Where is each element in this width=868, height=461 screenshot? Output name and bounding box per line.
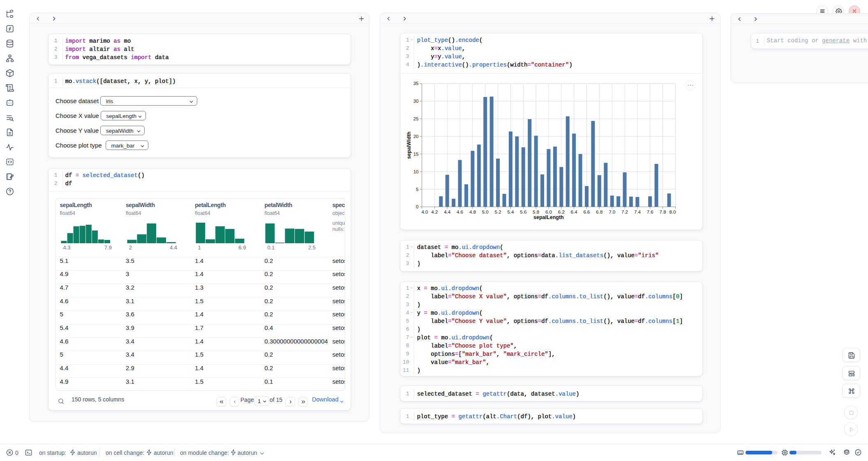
svg-text:6.0: 6.0 — [545, 210, 552, 214]
svg-text:6.4: 6.4 — [571, 210, 578, 214]
svg-text:20: 20 — [413, 134, 419, 139]
svg-text:6.8: 6.8 — [596, 210, 603, 214]
svg-text:4.6: 4.6 — [457, 210, 463, 214]
svg-text:0: 0 — [416, 204, 418, 209]
svg-text:5.8: 5.8 — [533, 210, 539, 214]
svg-text:5.4: 5.4 — [507, 210, 514, 214]
svg-text:7.0: 7.0 — [609, 210, 615, 214]
svg-text:5.0: 5.0 — [482, 210, 489, 214]
svg-text:4.2: 4.2 — [431, 210, 438, 214]
svg-text:8.0: 8.0 — [669, 210, 676, 214]
svg-text:7.8: 7.8 — [660, 210, 666, 214]
svg-text:25: 25 — [413, 116, 419, 121]
svg-text:15: 15 — [413, 152, 419, 157]
svg-text:6.6: 6.6 — [583, 210, 590, 214]
svg-text:4.0: 4.0 — [421, 210, 428, 214]
svg-text:7.4: 7.4 — [634, 210, 641, 214]
svg-text:10: 10 — [413, 169, 419, 174]
svg-text:6.2: 6.2 — [558, 210, 565, 214]
svg-text:4.4: 4.4 — [444, 210, 451, 214]
svg-text:5.2: 5.2 — [495, 210, 501, 214]
svg-text:sepalLength: sepalLength — [533, 214, 564, 220]
svg-text:5: 5 — [416, 187, 418, 192]
svg-text:30: 30 — [413, 99, 419, 104]
svg-text:4.8: 4.8 — [469, 210, 476, 214]
svg-text:5.6: 5.6 — [520, 210, 526, 214]
svg-text:7.2: 7.2 — [621, 210, 628, 214]
svg-text:sepalWidth: sepalWidth — [406, 131, 412, 159]
svg-text:7.6: 7.6 — [647, 210, 653, 214]
svg-text:35: 35 — [413, 81, 419, 86]
